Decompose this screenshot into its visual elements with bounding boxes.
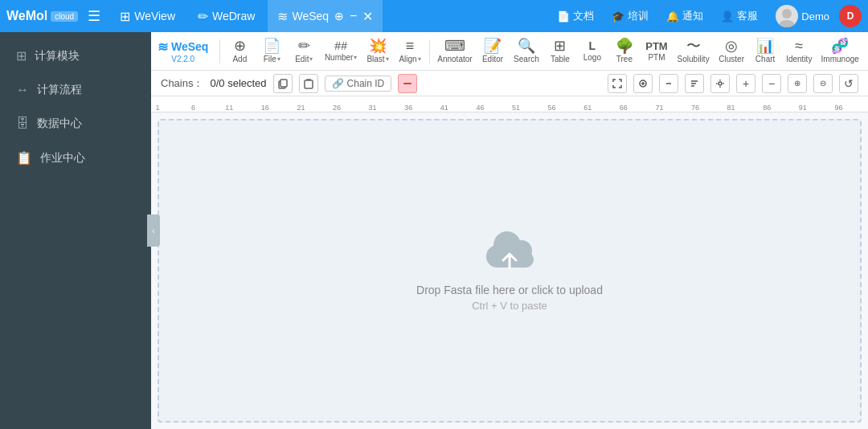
- weseq-close[interactable]: ✕: [362, 9, 373, 24]
- toolbar-annotator[interactable]: ⌨ Annotator: [435, 35, 475, 67]
- support-label: 客服: [737, 9, 758, 23]
- zoom-fit-button[interactable]: ⊖: [813, 74, 833, 93]
- nav-right: 📄 文档 🎓 培训 🔔 通知 👤 客服 Demo D: [549, 0, 862, 32]
- cluster-label: Cluster: [719, 55, 744, 63]
- weseq-minus[interactable]: −: [350, 9, 357, 23]
- docs-label: 文档: [573, 9, 594, 23]
- toolbar-search[interactable]: 🔍 Search: [510, 35, 542, 67]
- toolbar-file[interactable]: 📄 File ▾: [257, 35, 286, 67]
- add-icon: ⊕: [234, 39, 246, 53]
- annotator-label: Annotator: [437, 55, 472, 63]
- ruler-tick: 56: [548, 104, 556, 112]
- chain-paste-button[interactable]: [299, 74, 318, 93]
- nav-training[interactable]: 🎓 培训: [604, 0, 657, 32]
- sidebar-item-compute-module[interactable]: ⊞ 计算模块: [0, 39, 151, 73]
- nav-docs[interactable]: 📄 文档: [549, 0, 602, 32]
- training-icon: 🎓: [612, 10, 624, 22]
- toolbar-chart[interactable]: 📊 Chart: [751, 35, 780, 67]
- toolbar-solubility[interactable]: 〜 Solubility: [674, 35, 712, 67]
- nav-item-weseq[interactable]: ≋ WeSeq ⊕ − ✕: [268, 0, 383, 32]
- chart-icon: 📊: [756, 39, 774, 53]
- expand-all-button[interactable]: [608, 74, 627, 93]
- notify-icon: 🔔: [666, 10, 679, 22]
- toolbar-number[interactable]: ## Number ▾: [321, 35, 360, 67]
- sidebar: ⊞ 计算模块 ↔ 计算流程 🗄 数据中心 📋 作业中心 ‹: [0, 32, 151, 429]
- toolbar-sep-2: [429, 39, 430, 63]
- notify-label: 通知: [682, 9, 703, 23]
- toolbar-tree[interactable]: 🌳 Tree: [610, 35, 639, 67]
- toolbar-immunoge[interactable]: 🧬 Immunoge: [818, 35, 862, 67]
- sidebar-item-label-data-center: 数据中心: [37, 116, 82, 131]
- sidebar-item-compute-flow[interactable]: ↔ 计算流程: [0, 73, 151, 107]
- immunoge-label: Immunoge: [821, 55, 859, 63]
- ruler-tick: 11: [225, 104, 233, 112]
- ruler-tick: 21: [297, 104, 305, 112]
- chain-id-icon: 🔗: [332, 78, 344, 89]
- toolbar-identity[interactable]: ≈ Identity: [783, 35, 815, 67]
- drop-area[interactable]: Drop Fasta file here or click to upload …: [158, 119, 862, 423]
- toolbar-blast[interactable]: 💥 Blast ▾: [363, 35, 392, 67]
- toolbar-edit[interactable]: ✏ Edit ▾: [289, 35, 318, 67]
- ruler-tick: 51: [512, 104, 520, 112]
- nav-notify[interactable]: 🔔 通知: [658, 0, 711, 32]
- svg-point-7: [719, 82, 722, 85]
- toolbar-ptm[interactable]: PTM PTM: [642, 35, 671, 67]
- nav-item-wedraw[interactable]: ✏ WeDraw: [188, 0, 264, 32]
- ruler-tick: 96: [834, 104, 842, 112]
- editor-label: Editor: [482, 55, 503, 63]
- nav-item-weview[interactable]: ⊞ WeView: [110, 0, 185, 32]
- table-icon: ⊞: [554, 39, 566, 53]
- toolbar-logo[interactable]: L Logo: [578, 35, 607, 67]
- editor-icon: 📝: [484, 39, 502, 53]
- edit-icon: ✏: [298, 39, 310, 53]
- compute-module-icon: ⊞: [16, 48, 27, 63]
- sidebar-item-data-center[interactable]: 🗄 数据中心: [0, 107, 151, 141]
- chain-delete-button[interactable]: [398, 74, 417, 93]
- ruler-tick: 26: [333, 104, 341, 112]
- ruler-tick: 16: [261, 104, 269, 112]
- nav-user[interactable]: Demo: [768, 0, 837, 32]
- ruler-tick: 61: [583, 104, 592, 112]
- add-label: Add: [232, 55, 247, 63]
- user-dot[interactable]: D: [839, 5, 862, 27]
- align-label: Align: [399, 55, 416, 63]
- wrap-button[interactable]: [685, 74, 704, 93]
- compute-flow-icon: ↔: [16, 83, 29, 97]
- toolbar-cluster[interactable]: ◎ Cluster: [715, 35, 747, 67]
- weseq-logo: ≋ WeSeq V2.2.0: [158, 39, 208, 63]
- menu-icon[interactable]: ☰: [88, 7, 100, 25]
- zoom-in-button[interactable]: +: [736, 74, 755, 93]
- sidebar-item-label-compute-flow: 计算流程: [37, 83, 82, 97]
- toolbar-align[interactable]: ≡ Align ▾: [395, 35, 424, 67]
- sidebar-item-job-center[interactable]: 📋 作业中心: [0, 141, 151, 175]
- chart-label: Chart: [755, 55, 775, 63]
- set-chain-id-button[interactable]: 🔗 Chain ID: [325, 76, 392, 92]
- sidebar-collapse-button[interactable]: ‹: [147, 214, 160, 247]
- chain-copy-button[interactable]: [273, 74, 293, 93]
- logo-area: WeMol cloud: [6, 9, 78, 23]
- tree-label: Tree: [616, 55, 633, 63]
- ruler-tick: 31: [369, 104, 377, 112]
- cloud-upload-icon: [481, 230, 538, 274]
- toolbar-add[interactable]: ⊕ Add: [225, 35, 254, 67]
- align-icon: ≡: [406, 39, 415, 53]
- weseq-label: WeSeq: [292, 10, 329, 22]
- toolbar-table[interactable]: ⊞ Table: [546, 35, 575, 67]
- ruler-tick: 76: [691, 104, 699, 112]
- number-label: Number: [325, 53, 354, 62]
- collapse-button[interactable]: [659, 74, 678, 93]
- undo-button[interactable]: ↺: [839, 74, 858, 93]
- blast-arrow: ▾: [386, 55, 389, 63]
- zoom-reset-button[interactable]: ⊕: [788, 74, 807, 93]
- toolbar-editor[interactable]: 📝 Editor: [478, 35, 507, 67]
- nav-support[interactable]: 👤 客服: [713, 0, 766, 32]
- weseq-title: WeSeq: [171, 40, 208, 53]
- zoom-out-button[interactable]: −: [762, 74, 781, 93]
- weseq-icon: ≋: [277, 9, 288, 24]
- drop-text: Drop Fasta file here or click to upload: [416, 284, 603, 296]
- svg-point-1: [779, 20, 795, 27]
- fit-button[interactable]: [633, 74, 653, 93]
- ruler-tick: 6: [191, 104, 195, 112]
- settings-button[interactable]: [710, 74, 730, 93]
- weseq-version: V2.2.0: [171, 55, 194, 63]
